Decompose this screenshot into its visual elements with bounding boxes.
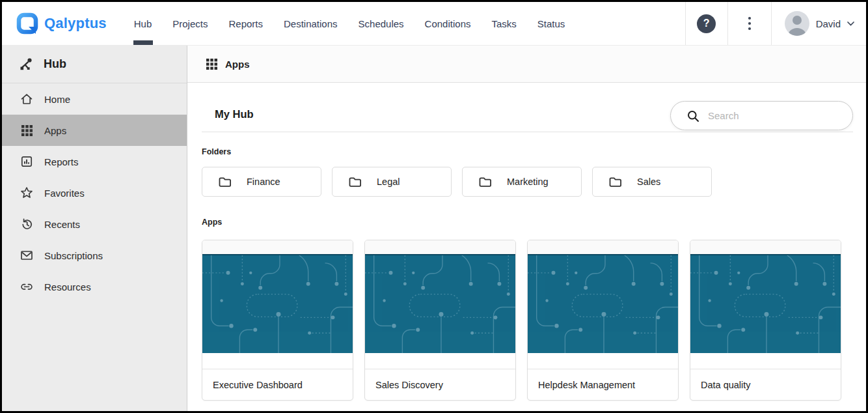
hub-icon: [20, 57, 34, 71]
sidebar-item-home[interactable]: Home: [2, 83, 187, 115]
overflow-menu-button[interactable]: [727, 2, 771, 45]
app-card-helpdesk-management[interactable]: Helpdesk Management: [527, 240, 679, 401]
nav-item-schedules[interactable]: Schedules: [348, 2, 414, 45]
search-icon: [687, 110, 699, 122]
app-card-mid-strip: [202, 353, 353, 369]
app-card-footer: Data quality: [690, 369, 841, 400]
search-box: [670, 101, 853, 130]
section-title: My Hub: [202, 108, 254, 132]
app-title: Executive Dashboard: [213, 380, 303, 390]
circuit-pattern-image: [202, 255, 353, 353]
app-thumbnail: [690, 254, 841, 353]
bar-chart-icon: [20, 155, 33, 168]
page-header: Apps: [187, 46, 866, 83]
apps-row: Executive Dashboard: [202, 240, 853, 401]
folder-name: Legal: [377, 177, 400, 187]
app-card-header-strip: [365, 240, 515, 254]
app-card-mid-strip: [690, 353, 841, 369]
app-card-mid-strip: [365, 353, 515, 369]
folder-name: Sales: [637, 177, 660, 187]
apps-label: Apps: [202, 218, 853, 227]
qalyptus-logo-icon: [16, 12, 38, 35]
app-card-footer: Executive Dashboard: [202, 369, 353, 400]
user-name: David: [816, 18, 841, 29]
primary-nav: Hub Projects Reports Destinations Schedu…: [124, 2, 576, 45]
person-silhouette-icon: [785, 11, 809, 36]
sidebar-header: Hub: [2, 46, 187, 83]
nav-item-hub[interactable]: Hub: [124, 2, 163, 45]
sidebar-item-label: Apps: [44, 125, 66, 136]
app-thumbnail: [528, 254, 678, 353]
app-card-mid-strip: [528, 353, 678, 369]
content: My Hub Folders Fi: [187, 83, 866, 411]
folders-label: Folders: [202, 147, 853, 156]
nav-item-destinations[interactable]: Destinations: [273, 2, 348, 45]
grid-icon: [206, 59, 217, 70]
app-thumbnail: [202, 254, 353, 353]
sidebar-item-label: Resources: [44, 281, 91, 292]
envelope-icon: [20, 249, 33, 262]
circuit-pattern-image: [690, 255, 841, 353]
sidebar-item-reports[interactable]: Reports: [2, 146, 187, 177]
history-clock-icon: [20, 218, 33, 231]
folder-card-finance[interactable]: Finance: [202, 167, 321, 197]
nav-item-reports[interactable]: Reports: [218, 2, 273, 45]
folder-card-sales[interactable]: Sales: [592, 167, 712, 197]
chevron-down-icon: [847, 21, 854, 26]
topbar-right-controls: ? David: [685, 2, 866, 45]
sidebar: Hub Home Apps: [2, 46, 187, 411]
sidebar-item-label: Reports: [44, 156, 79, 167]
help-button[interactable]: ?: [685, 2, 727, 45]
app-title: Data quality: [701, 380, 751, 390]
folder-card-legal[interactable]: Legal: [332, 167, 452, 197]
folders-row: Finance Legal Marketing: [202, 167, 853, 197]
app-window: Qalyptus Hub Projects Reports Destinatio…: [0, 0, 868, 413]
nav-item-conditions[interactable]: Conditions: [414, 2, 481, 45]
sidebar-item-resources[interactable]: Resources: [2, 271, 187, 302]
sidebar-item-subscriptions[interactable]: Subscriptions: [2, 240, 187, 271]
app-title: Sales Discovery: [375, 380, 443, 390]
my-hub-section-header: My Hub: [202, 83, 853, 132]
nav-item-tasks[interactable]: Tasks: [481, 2, 526, 45]
help-icon: ?: [697, 14, 716, 33]
app-card-header-strip: [690, 240, 841, 254]
app-thumbnail: [365, 254, 515, 353]
brand-name: Qalyptus: [44, 15, 107, 32]
sidebar-item-favorites[interactable]: Favorites: [2, 177, 187, 208]
folder-name: Marketing: [507, 177, 549, 187]
link-icon: [20, 280, 33, 293]
kebab-menu-icon: [748, 16, 752, 31]
app-card-header-strip: [202, 240, 353, 254]
brand-logo[interactable]: Qalyptus: [2, 2, 107, 45]
sidebar-item-recents[interactable]: Recents: [2, 208, 187, 240]
main-area: Apps My Hub Folders: [187, 46, 866, 411]
sidebar-item-apps[interactable]: Apps: [2, 115, 187, 146]
app-card-sales-discovery[interactable]: Sales Discovery: [364, 240, 516, 401]
folder-icon: [478, 175, 492, 188]
sidebar-item-label: Favorites: [44, 188, 85, 199]
app-card-data-quality[interactable]: Data quality: [690, 240, 841, 401]
sidebar-item-label: Home: [44, 94, 70, 105]
sidebar-title: Hub: [44, 57, 66, 71]
folder-icon: [348, 175, 362, 188]
sidebar-item-label: Recents: [44, 219, 80, 230]
folder-icon: [218, 175, 232, 188]
nav-item-projects[interactable]: Projects: [162, 2, 218, 45]
page-title: Apps: [225, 59, 250, 70]
star-icon: [20, 186, 33, 199]
folder-icon: [608, 175, 622, 188]
app-title: Helpdesk Management: [538, 380, 635, 390]
avatar: [785, 11, 809, 36]
app-card-footer: Sales Discovery: [365, 369, 515, 400]
app-card-executive-dashboard[interactable]: Executive Dashboard: [202, 240, 353, 401]
nav-item-status[interactable]: Status: [527, 2, 576, 45]
top-navigation-bar: Qalyptus Hub Projects Reports Destinatio…: [2, 2, 866, 46]
folder-card-marketing[interactable]: Marketing: [462, 167, 582, 197]
sidebar-item-label: Subscriptions: [44, 250, 103, 261]
folder-name: Finance: [247, 177, 280, 187]
home-icon: [20, 93, 33, 106]
circuit-pattern-image: [365, 255, 515, 353]
app-card-header-strip: [528, 240, 678, 254]
user-menu[interactable]: David: [771, 2, 866, 45]
app-card-footer: Helpdesk Management: [528, 369, 678, 400]
